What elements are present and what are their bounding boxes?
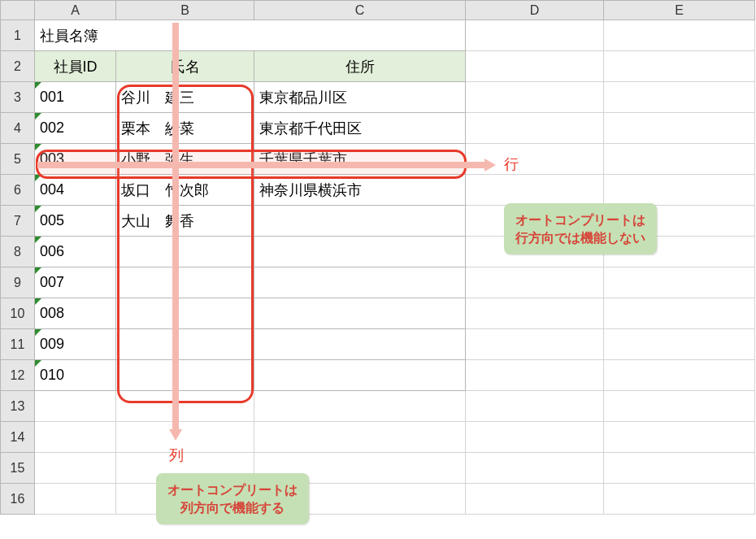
cell-B5[interactable]: 小野 弥生 bbox=[116, 144, 254, 175]
cell-A3[interactable]: 001 bbox=[35, 82, 116, 113]
cell-C5[interactable]: 千葉県千葉市 bbox=[254, 144, 466, 175]
cell-E1[interactable] bbox=[604, 20, 755, 51]
cell-A8[interactable]: 006 bbox=[35, 237, 116, 267]
row-header-8[interactable]: 8 bbox=[1, 237, 35, 267]
cell-B14[interactable] bbox=[116, 422, 254, 453]
row-header-2[interactable]: 2 bbox=[1, 51, 35, 82]
cell-B8[interactable] bbox=[116, 237, 254, 267]
cell-C3[interactable]: 東京都品川区 bbox=[254, 82, 466, 113]
row-header-6[interactable]: 6 bbox=[1, 175, 35, 206]
cell-D13[interactable] bbox=[466, 391, 604, 422]
cell-A13[interactable] bbox=[35, 391, 116, 422]
row-label: 行 bbox=[504, 154, 519, 174]
row-header-12[interactable]: 12 bbox=[1, 360, 35, 391]
cell-E15[interactable] bbox=[604, 453, 755, 484]
cell-B13[interactable] bbox=[116, 391, 254, 422]
cell-D10[interactable] bbox=[466, 298, 604, 329]
row-header-13[interactable]: 13 bbox=[1, 391, 35, 422]
callout-row: オートコンプリートは 行方向では機能しない bbox=[504, 203, 657, 254]
cell-A4[interactable]: 002 bbox=[35, 113, 116, 144]
cell-A5[interactable]: 003 bbox=[35, 144, 116, 175]
row-header-14[interactable]: 14 bbox=[1, 422, 35, 453]
col-arrow-head-icon bbox=[169, 429, 182, 441]
header-addr[interactable]: 住所 bbox=[254, 51, 466, 82]
cell-B9[interactable] bbox=[116, 267, 254, 298]
col-header-B[interactable]: B bbox=[116, 1, 254, 20]
cell-E4[interactable] bbox=[604, 113, 755, 144]
row-header-4[interactable]: 4 bbox=[1, 113, 35, 144]
cell-E9[interactable] bbox=[604, 267, 755, 298]
cell-E16[interactable] bbox=[604, 484, 755, 515]
callout-col: オートコンプリートは 列方向で機能する bbox=[156, 473, 309, 524]
cell-C8[interactable] bbox=[254, 237, 466, 267]
cell-title[interactable]: 社員名簿 bbox=[35, 20, 466, 51]
cell-D2[interactable] bbox=[466, 51, 604, 82]
cell-C11[interactable] bbox=[254, 329, 466, 360]
row-header-10[interactable]: 10 bbox=[1, 298, 35, 329]
cell-B4[interactable]: 栗本 紗菜 bbox=[116, 113, 254, 144]
row-arrow-line bbox=[37, 162, 486, 168]
row-header-11[interactable]: 11 bbox=[1, 329, 35, 360]
col-header-E[interactable]: E bbox=[604, 1, 755, 20]
cell-C6[interactable]: 神奈川県横浜市 bbox=[254, 175, 466, 206]
cell-E10[interactable] bbox=[604, 298, 755, 329]
cell-D12[interactable] bbox=[466, 360, 604, 391]
cell-E12[interactable] bbox=[604, 360, 755, 391]
cell-A11[interactable]: 009 bbox=[35, 329, 116, 360]
cell-C12[interactable] bbox=[254, 360, 466, 391]
cell-D16[interactable] bbox=[466, 484, 604, 515]
cell-C9[interactable] bbox=[254, 267, 466, 298]
col-header-A[interactable]: A bbox=[35, 1, 116, 20]
cell-E13[interactable] bbox=[604, 391, 755, 422]
cell-C4[interactable]: 東京都千代田区 bbox=[254, 113, 466, 144]
select-all-corner[interactable] bbox=[1, 1, 35, 20]
row-header-15[interactable]: 15 bbox=[1, 453, 35, 484]
col-label: 列 bbox=[169, 446, 184, 465]
row-header-16[interactable]: 16 bbox=[1, 484, 35, 515]
cell-A14[interactable] bbox=[35, 422, 116, 453]
cell-C14[interactable] bbox=[254, 422, 466, 453]
cell-E14[interactable] bbox=[604, 422, 755, 453]
cell-A12[interactable]: 010 bbox=[35, 360, 116, 391]
header-id[interactable]: 社員ID bbox=[35, 51, 116, 82]
cell-B12[interactable] bbox=[116, 360, 254, 391]
col-arrow-line bbox=[172, 23, 179, 431]
row-header-1[interactable]: 1 bbox=[1, 20, 35, 51]
cell-C10[interactable] bbox=[254, 298, 466, 329]
cell-A6[interactable]: 004 bbox=[35, 175, 116, 206]
cell-D1[interactable] bbox=[466, 20, 604, 51]
col-header-C[interactable]: C bbox=[254, 1, 466, 20]
cell-E3[interactable] bbox=[604, 82, 755, 113]
cell-D9[interactable] bbox=[466, 267, 604, 298]
row-header-5[interactable]: 5 bbox=[1, 144, 35, 175]
row-header-9[interactable]: 9 bbox=[1, 267, 35, 298]
cell-C13[interactable] bbox=[254, 391, 466, 422]
cell-D15[interactable] bbox=[466, 453, 604, 484]
cell-C7[interactable] bbox=[254, 206, 466, 237]
header-name[interactable]: 氏名 bbox=[116, 51, 254, 82]
cell-D3[interactable] bbox=[466, 82, 604, 113]
cell-A16[interactable] bbox=[35, 484, 116, 515]
cell-D6[interactable] bbox=[466, 175, 604, 206]
cell-B11[interactable] bbox=[116, 329, 254, 360]
cell-E5[interactable] bbox=[604, 144, 755, 175]
cell-D11[interactable] bbox=[466, 329, 604, 360]
row-header-3[interactable]: 3 bbox=[1, 82, 35, 113]
cell-D14[interactable] bbox=[466, 422, 604, 453]
cell-B3[interactable]: 谷川 建三 bbox=[116, 82, 254, 113]
col-header-D[interactable]: D bbox=[466, 1, 604, 20]
cell-B10[interactable] bbox=[116, 298, 254, 329]
cell-A10[interactable]: 008 bbox=[35, 298, 116, 329]
cell-E11[interactable] bbox=[604, 329, 755, 360]
cell-E6[interactable] bbox=[604, 175, 755, 206]
cell-A7[interactable]: 005 bbox=[35, 206, 116, 237]
cell-E2[interactable] bbox=[604, 51, 755, 82]
cell-B7[interactable]: 大山 舞香 bbox=[116, 206, 254, 237]
cell-A9[interactable]: 007 bbox=[35, 267, 116, 298]
cell-D4[interactable] bbox=[466, 113, 604, 144]
spreadsheet-grid[interactable]: A B C D E 1 社員名簿 2 社員ID 氏名 住所 3 001 谷川 建… bbox=[0, 0, 755, 515]
cell-A15[interactable] bbox=[35, 453, 116, 484]
row-arrow-head-icon bbox=[484, 159, 496, 172]
row-header-7[interactable]: 7 bbox=[1, 206, 35, 237]
cell-B6[interactable]: 坂口 竹次郎 bbox=[116, 175, 254, 206]
